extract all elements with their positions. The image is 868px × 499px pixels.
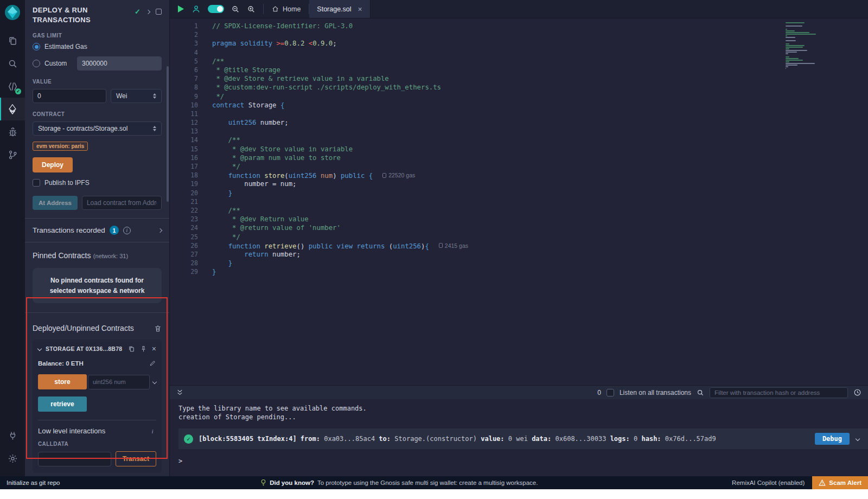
code-line[interactable]: 10contract Storage { xyxy=(170,101,868,110)
code-line[interactable]: 6 * @title Storage xyxy=(170,66,868,74)
code-line[interactable]: 8 * @custom:dev-run-script ./scripts/dep… xyxy=(170,83,868,92)
run-script-icon[interactable] xyxy=(177,5,184,13)
code-line[interactable]: 26 function retrieve() public view retur… xyxy=(170,241,868,250)
publish-ipfs-checkbox[interactable] xyxy=(33,179,40,187)
code-line[interactable]: 12 uint256 number; xyxy=(170,118,868,127)
code-line[interactable]: 16 * @param num value to store xyxy=(170,153,868,162)
code-line[interactable]: 27 return number; xyxy=(170,250,868,259)
code-line[interactable]: 28 } xyxy=(170,259,868,267)
code-line[interactable]: 13 xyxy=(170,127,868,136)
code-line[interactable]: 5/** xyxy=(170,57,868,66)
code-line[interactable]: 17 */ xyxy=(170,162,868,171)
file-explorer-icon[interactable] xyxy=(0,29,25,52)
expand-tx-icon[interactable] xyxy=(856,437,860,441)
terminal-line: creation of Storage pending... xyxy=(178,413,868,421)
expand-args-icon[interactable] xyxy=(152,380,157,384)
code-line[interactable]: 3pragma solidity >=0.8.2 <0.9.0; xyxy=(170,39,868,48)
terminal-filter-input[interactable] xyxy=(710,387,848,398)
pin-contract-icon[interactable] xyxy=(140,346,147,353)
code-line[interactable]: 14 /** xyxy=(170,136,868,144)
terminal-prompt[interactable]: > xyxy=(178,457,868,465)
listen-all-checkbox[interactable] xyxy=(607,389,614,396)
contract-label: CONTRACT xyxy=(33,111,162,117)
code-line[interactable]: 23 * @dev Return value xyxy=(170,215,868,223)
code-line[interactable]: 15 * @dev Store value in variable xyxy=(170,145,868,153)
balance-label: Balance: 0 ETH xyxy=(38,360,84,367)
remix-logo-icon[interactable] xyxy=(4,4,21,21)
ai-assistant-icon[interactable] xyxy=(192,4,201,14)
panel-expand-icon[interactable] xyxy=(146,9,150,14)
store-function-button[interactable]: store xyxy=(38,374,87,389)
custom-gas-input[interactable] xyxy=(77,56,162,71)
code-line[interactable]: 21 xyxy=(170,197,868,206)
home-icon xyxy=(272,5,279,12)
deploy-button[interactable]: Deploy xyxy=(33,157,73,172)
code-line[interactable]: 20 } xyxy=(170,189,868,197)
info-icon[interactable]: i xyxy=(123,227,131,234)
remove-contract-icon[interactable]: × xyxy=(152,345,156,353)
store-args-input[interactable] xyxy=(88,375,150,389)
tab-close-icon[interactable]: × xyxy=(358,5,362,13)
code-line[interactable]: 25 */ xyxy=(170,233,868,241)
home-tab[interactable]: Home xyxy=(264,0,309,18)
clock-icon[interactable] xyxy=(853,388,861,396)
code-line[interactable]: 4 xyxy=(170,48,868,57)
tx-success-icon: ✓ xyxy=(184,434,193,444)
at-address-button[interactable]: At Address xyxy=(33,196,78,210)
calldata-input[interactable] xyxy=(38,452,111,466)
value-input[interactable] xyxy=(33,89,106,103)
estimated-gas-radio[interactable] xyxy=(33,43,40,50)
transactions-expand-icon[interactable] xyxy=(158,228,162,232)
contract-select[interactable]: Storage - contracts/Storage.sol xyxy=(33,121,162,136)
pending-tx-count: 0 xyxy=(597,389,601,396)
clear-deployed-icon[interactable] xyxy=(154,324,162,332)
zoom-in-icon[interactable] xyxy=(247,5,256,14)
debug-button[interactable]: Debug xyxy=(815,433,850,445)
calldata-label: CALLDATA xyxy=(38,441,156,447)
contract-collapse-icon[interactable] xyxy=(37,347,42,351)
solidity-compiler-icon[interactable]: ✓ xyxy=(0,75,25,98)
code-line[interactable]: 24 * @return value of 'number' xyxy=(170,223,868,232)
value-unit-select[interactable]: Wei xyxy=(111,89,162,103)
search-icon[interactable] xyxy=(0,52,25,75)
pin-panel-icon[interactable] xyxy=(156,9,162,15)
panel-scrollbar[interactable] xyxy=(167,66,169,202)
copilot-status[interactable]: RemixAI Copilot (enabled) xyxy=(732,479,805,486)
code-line[interactable]: 11 xyxy=(170,110,868,118)
code-editor[interactable]: 1// SPDX-License-Identifier: GPL-3.023pr… xyxy=(170,18,868,385)
copilot-toggle[interactable] xyxy=(208,5,224,13)
terminal[interactable]: Type the library name to see available c… xyxy=(170,399,868,476)
code-line[interactable]: 29} xyxy=(170,267,868,276)
code-line[interactable]: 18 function store(uint256 num) public {2… xyxy=(170,171,868,180)
minimap[interactable] xyxy=(786,22,819,69)
settings-gear-icon[interactable] xyxy=(0,447,25,470)
debugger-icon[interactable] xyxy=(0,120,25,143)
transact-button[interactable]: Transact xyxy=(116,451,156,466)
pinned-contracts-title: Pinned Contracts xyxy=(33,251,91,260)
low-level-info-icon[interactable]: i xyxy=(149,427,156,435)
tab-storage-sol[interactable]: Storage.sol × xyxy=(309,0,370,18)
at-address-input[interactable] xyxy=(82,196,162,210)
git-init-button[interactable]: Initialize as git repo xyxy=(0,479,66,486)
git-icon[interactable] xyxy=(0,143,25,166)
code-line[interactable]: 2 xyxy=(170,30,868,39)
zoom-out-icon[interactable] xyxy=(231,5,240,14)
code-line[interactable]: 7 * @dev Store & retrieve value in a var… xyxy=(170,74,868,83)
terminal-line: Type the library name to see available c… xyxy=(178,404,868,413)
plugin-manager-icon[interactable] xyxy=(0,424,25,447)
deploy-and-run-icon[interactable] xyxy=(0,98,25,120)
pinned-empty-message: No pinned contracts found for selected w… xyxy=(33,268,162,303)
collapse-terminal-icon[interactable] xyxy=(176,389,183,396)
code-line[interactable]: 1// SPDX-License-Identifier: GPL-3.0 xyxy=(170,22,868,30)
code-line[interactable]: 22 /** xyxy=(170,206,868,215)
tx-log-row[interactable]: ✓ [block:5583405 txIndex:4] from: 0xa03.… xyxy=(178,428,868,449)
retrieve-function-button[interactable]: retrieve xyxy=(38,396,87,412)
code-line[interactable]: 9 */ xyxy=(170,92,868,101)
custom-gas-radio[interactable] xyxy=(33,60,40,67)
contract-selected: Storage - contracts/Storage.sol xyxy=(38,125,127,132)
code-line[interactable]: 19 number = num; xyxy=(170,180,868,188)
edit-balance-icon[interactable] xyxy=(149,360,156,367)
copy-address-icon[interactable] xyxy=(128,346,135,353)
transactions-recorded-row[interactable]: Transactions recorded 1 i xyxy=(25,219,169,242)
scam-alert-button[interactable]: Scam Alert xyxy=(812,476,868,489)
